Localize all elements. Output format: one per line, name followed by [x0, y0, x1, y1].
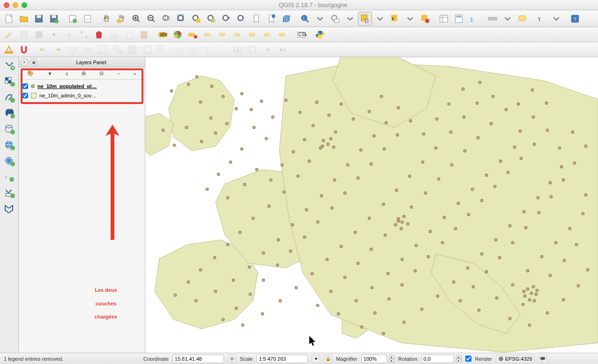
zoom-in-button[interactable]: [129, 12, 143, 26]
layer-row[interactable]: ne_10m_admin_0_sov…: [19, 91, 145, 100]
undo-button[interactable]: [36, 43, 50, 57]
scale-input[interactable]: [256, 355, 308, 363]
pan-button[interactable]: [99, 12, 113, 26]
cad-tools-button[interactable]: [2, 43, 16, 57]
enable-snapping-button[interactable]: [17, 43, 31, 57]
change-label-button[interactable]: [276, 28, 290, 42]
layer-row[interactable]: ne_10m_populated_pl…: [19, 82, 145, 91]
save-project-button[interactable]: [32, 12, 46, 26]
layer-name[interactable]: ne_10m_populated_pl…: [37, 83, 141, 89]
new-composer-button[interactable]: [66, 12, 80, 26]
show-bookmarks-button[interactable]: [264, 12, 278, 26]
more-options-button[interactable]: »: [134, 71, 136, 76]
select-expr-dropdown[interactable]: [403, 12, 417, 26]
identify-button[interactable]: i: [298, 12, 312, 26]
delete-selected-button[interactable]: [92, 28, 106, 42]
rotation-up[interactable]: ▴: [456, 355, 462, 359]
paste-features-button[interactable]: [137, 28, 151, 42]
refresh-button[interactable]: [279, 12, 293, 26]
map-canvas[interactable]: [145, 57, 598, 353]
redo-button[interactable]: [51, 43, 65, 57]
save-as-button[interactable]: [47, 12, 61, 26]
cut-features-button[interactable]: [107, 28, 121, 42]
crs-button[interactable]: EPSG:4326: [496, 355, 535, 363]
offset-curve-button[interactable]: [186, 43, 200, 57]
remove-layer-button[interactable]: −: [117, 71, 120, 76]
expand-all-button[interactable]: ⊞: [82, 70, 86, 76]
minimize-window-button[interactable]: [13, 2, 18, 8]
label-button[interactable]: abc: [156, 28, 170, 42]
zoom-out-button[interactable]: [144, 12, 158, 26]
lock-scale-button[interactable]: 🔒: [324, 355, 332, 363]
select-button[interactable]: [358, 12, 372, 26]
csw-button[interactable]: CSW: [294, 28, 308, 42]
undock-panel-button[interactable]: ▣: [30, 59, 37, 66]
coordinate-input[interactable]: [172, 355, 224, 363]
simplify-feature-button[interactable]: [81, 43, 95, 57]
add-part-button[interactable]: [111, 43, 125, 57]
new-shapefile-button[interactable]: [2, 202, 17, 215]
help-button[interactable]: ?: [568, 12, 582, 26]
field-calc-button[interactable]: [452, 12, 466, 26]
zoom-last-button[interactable]: [219, 12, 233, 26]
node-tool-button[interactable]: [77, 28, 91, 42]
split-features-button[interactable]: [201, 43, 215, 57]
add-spatialite-layer2-button[interactable]: [2, 123, 17, 136]
deselect-button[interactable]: [418, 12, 432, 26]
diagram-button[interactable]: [171, 28, 185, 42]
statistics-button[interactable]: Σ: [467, 12, 481, 26]
add-virtual-layer-button[interactable]: [2, 186, 17, 200]
add-wcs-layer-button[interactable]: [2, 155, 17, 168]
merge-features-button[interactable]: [231, 43, 245, 57]
move-label-button[interactable]: [246, 28, 260, 42]
zoom-to-selection-button[interactable]: [189, 12, 203, 26]
offset-point-button[interactable]: [276, 43, 290, 57]
close-window-button[interactable]: [4, 2, 9, 8]
highlight-labels-button[interactable]: [201, 28, 215, 42]
add-spatialite-layer-button[interactable]: [2, 91, 17, 104]
add-postgis-layer-button[interactable]: [2, 107, 17, 120]
delete-ring-button[interactable]: [141, 43, 155, 57]
annotation-dropdown[interactable]: [549, 12, 563, 26]
zoom-to-layer-button[interactable]: [204, 12, 218, 26]
add-delimited-text-button[interactable]: ,: [2, 171, 17, 184]
toggle-extents-button[interactable]: [228, 355, 236, 363]
zoom-native-button[interactable]: 1:1: [159, 12, 173, 26]
layer-name[interactable]: ne_10m_admin_0_sov…: [39, 93, 141, 98]
edits-button[interactable]: [17, 28, 31, 42]
rotation-down[interactable]: ▾: [456, 359, 462, 363]
select-expression-button[interactable]: ε: [388, 12, 402, 26]
reshape-button[interactable]: [171, 43, 185, 57]
add-ring-button[interactable]: [96, 43, 110, 57]
map-tips-button[interactable]: [516, 12, 530, 26]
close-panel-button[interactable]: ✕: [21, 59, 28, 66]
move-feature-button[interactable]: [62, 28, 76, 42]
layer-visibility-checkbox[interactable]: [22, 83, 28, 89]
copy-features-button[interactable]: [122, 28, 136, 42]
select-dropdown[interactable]: [373, 12, 387, 26]
add-wms-layer-button[interactable]: [2, 139, 17, 152]
open-project-button[interactable]: [17, 12, 31, 26]
rotation-input[interactable]: [421, 355, 454, 363]
messages-button[interactable]: [538, 355, 547, 363]
pan-to-selection-button[interactable]: [114, 12, 128, 26]
delete-part-button[interactable]: [156, 43, 170, 57]
zoom-full-button[interactable]: [174, 12, 188, 26]
new-bookmark-button[interactable]: [249, 12, 263, 26]
text-annotation-button[interactable]: T: [534, 12, 548, 26]
new-project-button[interactable]: [2, 12, 16, 26]
layer-visibility-checkbox[interactable]: [22, 93, 28, 98]
open-table-dropdown[interactable]: [343, 12, 357, 26]
add-vector-layer-button[interactable]: +: [2, 59, 17, 72]
toggle-editing-button[interactable]: [2, 28, 16, 42]
zoom-next-button[interactable]: [234, 12, 248, 26]
filter-legend-button[interactable]: ▼: [47, 71, 52, 76]
layer-labeling-button[interactable]: [186, 28, 200, 42]
python-console-button[interactable]: [313, 28, 327, 42]
zoom-window-button[interactable]: [22, 2, 27, 8]
rotate-label-button[interactable]: [261, 28, 275, 42]
save-edits-button[interactable]: [32, 28, 46, 42]
add-feature-button[interactable]: [47, 28, 61, 42]
magnifier-up[interactable]: ▴: [389, 355, 395, 359]
fill-ring-button[interactable]: [126, 43, 140, 57]
